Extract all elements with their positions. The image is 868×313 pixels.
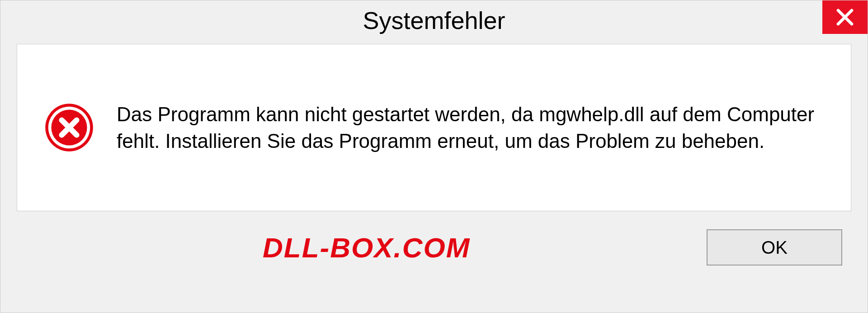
error-message: Das Programm kann nicht gestartet werden… (117, 101, 824, 155)
watermark-text: DLL-BOX.COM (263, 232, 470, 264)
error-icon (44, 103, 94, 152)
close-button[interactable] (822, 0, 868, 34)
content-panel: Das Programm kann nicht gestartet werden… (17, 44, 851, 211)
footer: DLL-BOX.COM OK (0, 211, 868, 266)
titlebar: Systemfehler (0, 0, 868, 40)
ok-button[interactable]: OK (707, 229, 842, 266)
dialog-title: Systemfehler (363, 6, 505, 34)
close-icon (836, 8, 854, 26)
